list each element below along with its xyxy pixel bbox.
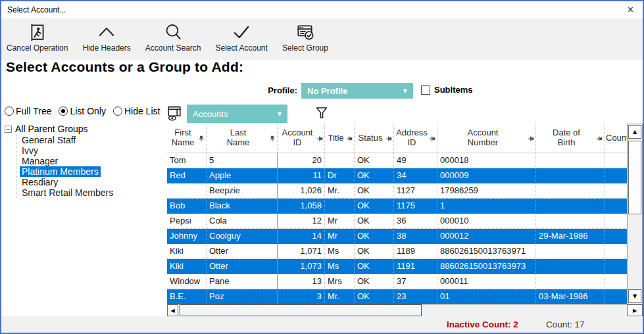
- grid-cell[interactable]: 000011: [437, 274, 536, 289]
- grid-cell[interactable]: 1127: [394, 183, 437, 199]
- grid-cell[interactable]: 1: [437, 199, 536, 214]
- grid-cell[interactable]: Window: [167, 274, 207, 289]
- toolbar-button-select-account[interactable]: Select Account: [215, 22, 267, 53]
- grid-cell[interactable]: 36: [394, 214, 437, 229]
- grid-cell[interactable]: [536, 259, 605, 274]
- grid-cell[interactable]: 1,026: [278, 183, 325, 199]
- tree-item-general-staff[interactable]: General Staff: [20, 135, 78, 145]
- grid-cell[interactable]: 1189: [394, 244, 437, 259]
- grid-cell[interactable]: [536, 244, 605, 259]
- tree-item-resdiary[interactable]: Resdiary: [20, 177, 60, 187]
- grid-cell[interactable]: Mr: [325, 229, 355, 244]
- grid-cell[interactable]: OK: [355, 229, 394, 244]
- grid-cell[interactable]: OK: [355, 153, 394, 168]
- grid-cell[interactable]: [605, 183, 628, 199]
- tree-item-smart-retail-members[interactable]: Smart Retail Members: [20, 187, 115, 198]
- grid-cell[interactable]: Dr: [325, 168, 355, 183]
- grid-cell[interactable]: [605, 214, 628, 229]
- pin-horizontal-icon[interactable]: [596, 135, 603, 141]
- grid-cell[interactable]: Tom: [167, 153, 207, 168]
- pin-horizontal-icon[interactable]: [429, 135, 435, 141]
- grid-cell[interactable]: 23: [394, 289, 437, 304]
- grid-cell[interactable]: 20: [278, 153, 325, 168]
- grid-cell[interactable]: OK: [355, 183, 394, 199]
- grid-cell[interactable]: Otter: [207, 259, 278, 274]
- tree-item-platinum-members[interactable]: Platinum Members: [20, 166, 101, 177]
- column-header-address-id[interactable]: AddressID: [394, 124, 437, 153]
- grid-cell[interactable]: Bob: [167, 199, 207, 214]
- grid-cell[interactable]: 1175: [394, 199, 437, 214]
- grid-row[interactable]: KikiOtter1,071MsOK1189886026150013763971: [167, 244, 628, 259]
- grid-row[interactable]: B.E.Poz3Mr.OK230103-Mar-1986: [167, 289, 628, 304]
- grid-cell[interactable]: Black: [207, 199, 278, 214]
- grid-cell[interactable]: [605, 229, 628, 244]
- grid-row[interactable]: PepsiCola12MrOK36000010: [167, 214, 628, 229]
- radio-full-tree[interactable]: Full Tree: [5, 106, 51, 116]
- grid-cell[interactable]: OK: [355, 289, 394, 304]
- grid-cell[interactable]: OK: [355, 168, 394, 183]
- grid-row[interactable]: WindowPane13MrsOK37000011: [167, 274, 628, 289]
- grid-cell[interactable]: Pepsi: [167, 214, 207, 229]
- pin-vertical-icon[interactable]: [269, 135, 276, 141]
- grid-row[interactable]: JohnnyCoolguy14MrOK3800001229-Mar-1986: [167, 229, 628, 244]
- grid-cell[interactable]: [605, 244, 628, 259]
- grid-cell[interactable]: 000018: [437, 153, 536, 168]
- vertical-scroll-thumb[interactable]: [628, 141, 641, 214]
- grid-cell[interactable]: 34: [394, 168, 437, 183]
- radio-list-only[interactable]: List Only: [59, 106, 105, 116]
- grid-cell[interactable]: Mrs: [325, 274, 355, 289]
- grid-cell[interactable]: Beepzie: [207, 183, 278, 199]
- grid-cell[interactable]: Kiki: [167, 259, 207, 274]
- grid-row[interactable]: BobBlack1,058OK11751: [167, 199, 628, 214]
- tree-item-ivvy[interactable]: Ivvy: [20, 145, 40, 156]
- scroll-right-icon[interactable]: ▶: [627, 304, 643, 316]
- grid-cell[interactable]: 000009: [437, 168, 536, 183]
- grid-cell[interactable]: OK: [355, 244, 394, 259]
- grid-cell[interactable]: [605, 259, 628, 274]
- grid-cell[interactable]: OK: [355, 274, 394, 289]
- radio-hide-list[interactable]: Hide List: [113, 106, 160, 116]
- grid-cell[interactable]: [167, 183, 207, 199]
- column-header-account-number[interactable]: AccountNumber: [437, 124, 536, 153]
- grid-cell[interactable]: 03-Mar-1986: [536, 289, 605, 304]
- grid-cell[interactable]: 01: [437, 289, 536, 304]
- grid-cell[interactable]: Kiki: [167, 244, 207, 259]
- toolbar-button-cancel-operation[interactable]: Cancel Operation: [7, 22, 68, 53]
- grid-cell[interactable]: Ms: [325, 259, 355, 274]
- grid-cell[interactable]: 000012: [437, 229, 536, 244]
- grid-cell[interactable]: [605, 289, 628, 304]
- column-header-date-of-birth[interactable]: Date ofBirth: [536, 124, 605, 153]
- pin-horizontal-icon[interactable]: [316, 135, 323, 141]
- column-header-first-name[interactable]: FirstName: [167, 124, 207, 153]
- grid-cell[interactable]: [536, 214, 605, 229]
- grid-cell[interactable]: [325, 199, 355, 214]
- grid-cell[interactable]: 1,073: [278, 259, 325, 274]
- scroll-down-icon[interactable]: ▼: [628, 289, 641, 303]
- grid-cell[interactable]: Poz: [207, 289, 278, 304]
- pin-horizontal-icon[interactable]: [528, 135, 534, 141]
- grid-cell[interactable]: [536, 274, 605, 289]
- grid-cell[interactable]: 1,058: [278, 199, 325, 214]
- grid-cell[interactable]: 3: [278, 289, 325, 304]
- grid-cell[interactable]: 49: [394, 153, 437, 168]
- column-header-last-name[interactable]: LastName: [207, 124, 278, 153]
- collapse-icon[interactable]: −: [5, 126, 12, 133]
- grid-cell[interactable]: Mr.: [325, 183, 355, 199]
- grid-cell[interactable]: 886026150013763971: [437, 244, 536, 259]
- grid-row[interactable]: RedApple11DrOK34000009: [167, 168, 628, 183]
- grid-cell[interactable]: 1,071: [278, 244, 325, 259]
- grid-cell[interactable]: 5: [207, 153, 278, 168]
- grid-cell[interactable]: 29-Mar-1986: [536, 229, 605, 244]
- filter-icon[interactable]: [315, 106, 328, 123]
- pin-horizontal-icon[interactable]: [385, 135, 392, 141]
- grid-cell[interactable]: 38: [394, 229, 437, 244]
- grid-cell[interactable]: [536, 199, 605, 214]
- scroll-left-icon[interactable]: ◀: [167, 304, 178, 316]
- column-header-status[interactable]: Status: [355, 124, 394, 153]
- column-header-title[interactable]: Title: [325, 124, 355, 153]
- grid-cell[interactable]: [605, 168, 628, 183]
- toolbar-button-account-search[interactable]: Account Search: [145, 22, 201, 53]
- toolbar-button-hide-headers[interactable]: Hide Headers: [82, 22, 130, 53]
- grid-cell[interactable]: 886026150013763973: [437, 259, 536, 274]
- grid-cell[interactable]: Ms: [325, 244, 355, 259]
